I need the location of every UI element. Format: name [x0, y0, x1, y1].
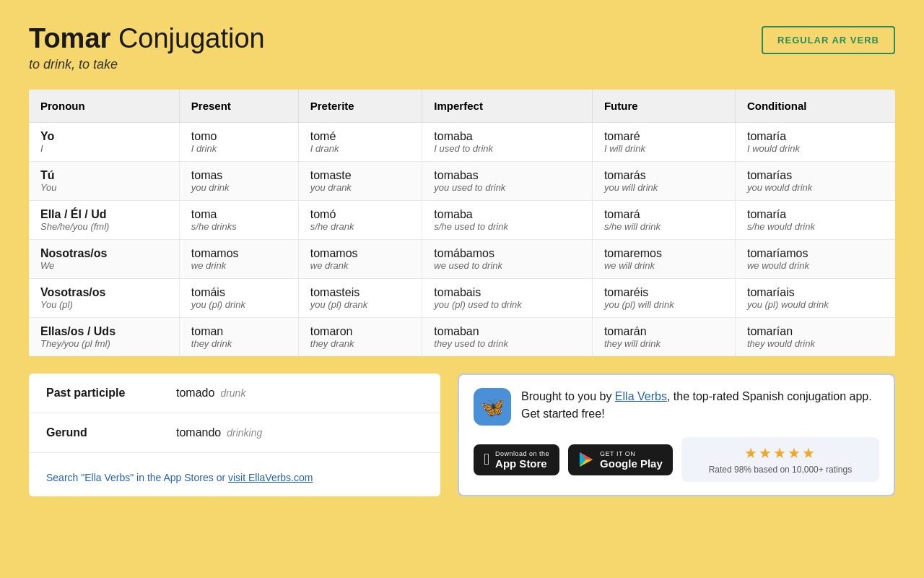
pronoun-cell: YoI [29, 123, 179, 162]
app-icon: 🦋 [474, 388, 511, 426]
conjugation-cell: tomaríanthey would drink [735, 318, 895, 357]
google-play-text: GET IT ON Google Play [600, 450, 663, 470]
promo-box: 🦋 Brought to you by Ella Verbs, the top-… [458, 374, 895, 496]
col-future: Future [592, 90, 735, 123]
conjugation-cell: tomaríamoswe would drink [735, 240, 895, 279]
page-subtitle: to drink, to take [29, 57, 265, 72]
col-present: Present [179, 90, 298, 123]
gerund-label: Gerund [46, 426, 176, 439]
conjugation-cell: tomamoswe drank [298, 240, 422, 279]
conjugation-cell: tomasyou drink [179, 162, 298, 201]
conjugation-cell: toméI drank [298, 123, 422, 162]
conjugation-cell: tomarásyou will drink [592, 162, 735, 201]
google-play-icon [578, 452, 594, 467]
participle-box: Past participle tomado drunk Gerund toma… [29, 374, 440, 496]
table-row: Ellas/os / UdsThey/you (pl fml)tomanthey… [29, 318, 895, 357]
conjugation-cell: tomaréI will drink [592, 123, 735, 162]
col-preterite: Preterite [298, 90, 422, 123]
app-store-text: Download on the App Store [495, 450, 549, 470]
past-participle-translation: drunk [220, 387, 245, 399]
table-row: YoItomoI drinktoméI dranktomabaI used to… [29, 123, 895, 162]
pronoun-cell: Ella / Él / UdShe/he/you (fml) [29, 201, 179, 240]
page-header: Tomar Conjugation to drink, to take REGU… [29, 23, 895, 72]
bottom-section: Past participle tomado drunk Gerund toma… [29, 374, 895, 496]
google-play-button[interactable]: GET IT ON Google Play [568, 444, 673, 475]
pronoun-cell: Ellas/os / UdsThey/you (pl fml) [29, 318, 179, 357]
conjugation-cell: tomas/he drinks [179, 201, 298, 240]
rating-box: ★★★★★ Rated 98% based on 10,000+ ratings [681, 437, 879, 482]
conjugation-cell: tomaránthey will drink [592, 318, 735, 357]
page-title: Tomar Conjugation [29, 23, 265, 54]
past-participle-label: Past participle [46, 387, 176, 400]
conjugation-cell: tomabas/he used to drink [422, 201, 593, 240]
conjugation-cell: tomaríaI would drink [735, 123, 895, 162]
svg-text:🦋: 🦋 [480, 395, 505, 419]
table-row: TúYoutomasyou drinktomasteyou dranktomab… [29, 162, 895, 201]
rating-text: Rated 98% based on 10,000+ ratings [693, 465, 868, 475]
conjugation-cell: tomarías/he would drink [735, 201, 895, 240]
conjugation-cell: tomáisyou (pl) drink [179, 279, 298, 318]
table-row: Nosotras/osWetomamoswe drinktomamoswe dr… [29, 240, 895, 279]
title-block: Tomar Conjugation to drink, to take [29, 23, 265, 72]
conjugation-cell: tomasteyou drank [298, 162, 422, 201]
conjugation-cell: tomaríasyou would drink [735, 162, 895, 201]
pronoun-cell: TúYou [29, 162, 179, 201]
conjugation-cell: tomabaI used to drink [422, 123, 593, 162]
conjugation-cell: tomaronthey drank [298, 318, 422, 357]
gerund-translation: drinking [227, 427, 262, 439]
star-rating: ★★★★★ [693, 444, 868, 462]
promo-description: Brought to you by Ella Verbs, the top-ra… [521, 388, 879, 423]
ella-verbs-link[interactable]: Ella Verbs [615, 390, 667, 402]
col-imperfect: Imperfect [422, 90, 593, 123]
conjugation-cell: tomoI drink [179, 123, 298, 162]
conjugation-cell: tomabanthey used to drink [422, 318, 593, 357]
col-conditional: Conditional [735, 90, 895, 123]
conjugation-cell: tomamoswe drink [179, 240, 298, 279]
table-row: Vosotras/osYou (pl)tomáisyou (pl) drinkt… [29, 279, 895, 318]
apple-icon:  [484, 450, 489, 469]
table-header-row: Pronoun Present Preterite Imperfect Futu… [29, 90, 895, 123]
conjugation-cell: tomabaisyou (pl) used to drink [422, 279, 593, 318]
conjugation-cell: tomábamoswe used to drink [422, 240, 593, 279]
conjugation-table: Pronoun Present Preterite Imperfect Futu… [29, 90, 895, 356]
verb-type-badge: REGULAR AR VERB [762, 26, 895, 54]
conjugation-cell: tomasteisyou (pl) drank [298, 279, 422, 318]
past-participle-row: Past participle tomado drunk [29, 374, 440, 413]
table-row: Ella / Él / UdShe/he/you (fml)tomas/he d… [29, 201, 895, 240]
conjugation-cell: tomaremoswe will drink [592, 240, 735, 279]
gerund-value: tomando [176, 426, 221, 439]
col-pronoun: Pronoun [29, 90, 179, 123]
pronoun-cell: Nosotras/osWe [29, 240, 179, 279]
visit-link[interactable]: visit EllaVerbs.com [228, 472, 313, 483]
gerund-row: Gerund tomando drinking [29, 413, 440, 453]
search-text: Search "Ella Verbs" in the App Stores or… [46, 472, 423, 483]
conjugation-cell: tomaríaisyou (pl) would drink [735, 279, 895, 318]
conjugation-cell: tomaréisyou (pl) will drink [592, 279, 735, 318]
past-participle-value: tomado [176, 387, 214, 400]
promo-top: 🦋 Brought to you by Ella Verbs, the top-… [474, 388, 879, 426]
promo-buttons:  Download on the App Store GET IT ON Go… [474, 437, 879, 482]
app-store-button[interactable]:  Download on the App Store [474, 444, 559, 475]
conjugation-cell: tomanthey drink [179, 318, 298, 357]
conjugation-cell: tomabasyou used to drink [422, 162, 593, 201]
pronoun-cell: Vosotras/osYou (pl) [29, 279, 179, 318]
conjugation-cell: tomarás/he will drink [592, 201, 735, 240]
conjugation-cell: tomós/he drank [298, 201, 422, 240]
